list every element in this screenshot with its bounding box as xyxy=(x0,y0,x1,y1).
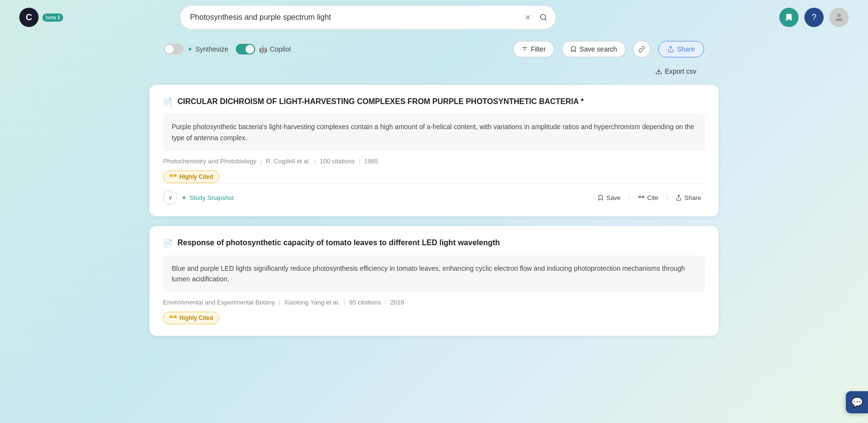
highly-cited-badge: ❝❝ Highly Cited xyxy=(163,171,219,183)
link-icon xyxy=(638,46,645,53)
save-search-button[interactable]: Save search xyxy=(562,41,625,57)
result-year-2: 2018 xyxy=(390,299,404,306)
result-title[interactable]: CIRCULAR DICHROISM OF LIGHT-HARVESTING C… xyxy=(177,96,583,107)
share-result-icon xyxy=(676,195,682,201)
help-button[interactable]: ? xyxy=(804,8,824,27)
user-avatar-button[interactable] xyxy=(829,8,849,27)
result-citations-2: 95 citations xyxy=(349,299,381,306)
logo-icon: C xyxy=(19,8,39,27)
synthesize-label: ✦ Synthesize xyxy=(187,45,228,53)
result-journal-2: Environmental and Experimental Botany xyxy=(163,299,275,306)
synthesize-toggle-group: ✦ Synthesize xyxy=(164,44,228,54)
expand-button[interactable]: ∨ xyxy=(163,190,177,205)
result-actions: ∨ ✦ Study Snapshot Save | ❝❝ Cite | xyxy=(163,183,705,205)
result-meta: Photochemistry and Photobiology | R. Cog… xyxy=(163,158,705,165)
bookmark-save-icon xyxy=(570,46,577,53)
export-csv-icon xyxy=(655,68,662,75)
meta-sep-2: | xyxy=(314,158,316,165)
result-card: 📄 Response of photosynthetic capacity of… xyxy=(149,226,719,336)
result-card: 📄 CIRCULAR DICHROISM OF LIGHT-HARVESTING… xyxy=(149,85,719,216)
result-authors-2: Xiaolong Yang et al. xyxy=(284,299,339,306)
result-citations: 100 citations xyxy=(320,158,355,165)
share-icon xyxy=(667,46,674,53)
svg-point-2 xyxy=(838,14,841,17)
cite-result-button[interactable]: ❝❝ Cite xyxy=(634,192,662,203)
bookmark-button[interactable] xyxy=(779,8,799,27)
copy-link-button[interactable] xyxy=(633,40,651,58)
result-authors: R. Cogdell et al. xyxy=(266,158,311,165)
action-sep-2: | xyxy=(666,193,668,202)
meta-sep-3: | xyxy=(359,158,360,165)
header: C beta ℹ ✕ ? xyxy=(0,0,868,35)
svg-point-0 xyxy=(541,14,546,20)
results-area: 📄 CIRCULAR DICHROISM OF LIGHT-HARVESTING… xyxy=(0,85,868,336)
logo-area: C beta ℹ xyxy=(19,8,63,27)
floating-action-button[interactable]: 💬 xyxy=(846,391,868,413)
search-clear-button[interactable]: ✕ xyxy=(525,13,531,22)
search-submit-button[interactable] xyxy=(535,9,552,26)
result-year: 1985 xyxy=(364,158,378,165)
action-sep-1: | xyxy=(628,193,630,202)
copilot-label: 🤖 Copilot xyxy=(259,45,291,53)
svg-line-1 xyxy=(545,19,546,20)
highly-cited-badge-2: ❝❝ Highly Cited xyxy=(163,312,219,324)
result-title-2[interactable]: Response of photosynthetic capacity of t… xyxy=(177,238,500,248)
synthesize-toggle[interactable] xyxy=(164,44,183,54)
document-icon-2: 📄 xyxy=(163,238,173,248)
result-abstract: Purple photosynthetic bacteria's light-h… xyxy=(163,114,705,151)
synthesize-sparkle-icon: ✦ xyxy=(187,45,193,53)
meta-sep-6: | xyxy=(385,299,386,306)
result-title-row: 📄 CIRCULAR DICHROISM OF LIGHT-HARVESTING… xyxy=(163,96,705,107)
result-abstract-2: Blue and purple LED lights significantly… xyxy=(163,255,705,292)
cite-icon-btn: ❝❝ xyxy=(638,194,645,201)
share-button[interactable]: Share xyxy=(658,41,704,57)
result-title-row-2: 📄 Response of photosynthetic capacity of… xyxy=(163,238,705,248)
copilot-toggle-group: 🤖 Copilot xyxy=(236,44,291,54)
save-icon xyxy=(597,195,604,201)
filter-icon xyxy=(521,46,528,53)
copilot-icon: 🤖 xyxy=(259,45,267,53)
quote-icon: ❝❝ xyxy=(169,173,177,181)
filter-button[interactable]: Filter xyxy=(513,41,554,57)
result-journal: Photochemistry and Photobiology xyxy=(163,158,257,165)
sparkle-icon: ✦ xyxy=(181,194,187,201)
search-bar-wrapper: ✕ xyxy=(180,5,556,29)
search-input[interactable] xyxy=(180,5,556,29)
meta-sep-4: | xyxy=(279,299,280,306)
result-meta-2: Environmental and Experimental Botany | … xyxy=(163,299,705,306)
export-csv-button[interactable]: Export csv xyxy=(648,64,704,79)
toolbar: ✦ Synthesize 🤖 Copilot Filter Save searc… xyxy=(0,35,868,64)
snapshot-label: ✦ Study Snapshot xyxy=(181,194,234,201)
beta-badge: beta ℹ xyxy=(42,13,63,22)
document-icon: 📄 xyxy=(163,97,173,106)
quote-icon-2: ❝❝ xyxy=(169,314,177,322)
header-right: ? xyxy=(779,8,849,27)
meta-sep-5: | xyxy=(344,299,345,306)
meta-sep-1: | xyxy=(260,158,262,165)
share-result-button[interactable]: Share xyxy=(672,192,705,203)
export-row: Export csv xyxy=(0,64,868,85)
save-result-button[interactable]: Save xyxy=(594,192,624,203)
copilot-toggle[interactable] xyxy=(236,44,255,54)
